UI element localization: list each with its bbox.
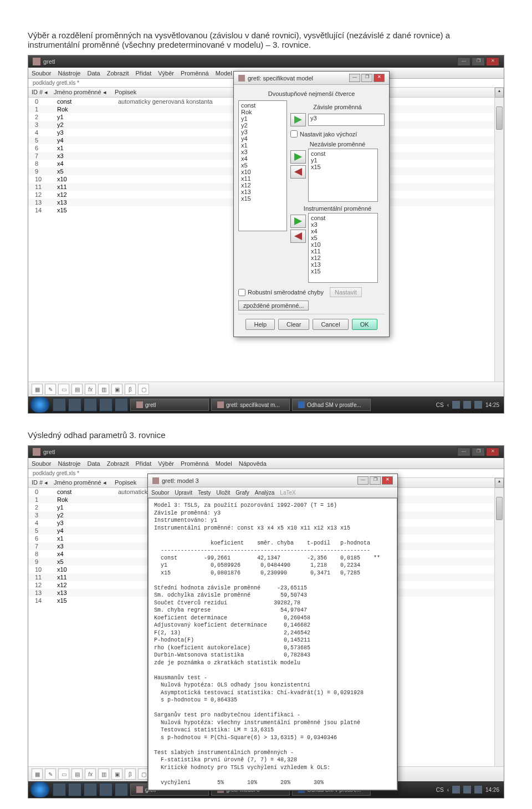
list-item[interactable]: y2 [240,122,285,129]
list-item[interactable]: x13 [310,261,376,268]
list-item[interactable]: x13 [240,189,285,195]
taskbar-app-gretl[interactable]: gretl [130,399,209,411]
remove-indep-button[interactable] [290,165,306,179]
col-name[interactable]: Jméno proměnné ◂ [54,479,115,486]
open-icon[interactable]: ▢ [138,384,149,395]
independent-vars-list[interactable]: consty1x15 [308,149,378,202]
add-instr-button[interactable] [290,215,306,228]
lang-indicator[interactable]: CS [436,402,444,408]
menu-analyza[interactable]: Analýza [255,490,275,496]
ql-ie-icon[interactable] [53,398,66,411]
menu-soubor[interactable]: Soubor [32,70,51,77]
maximize-button[interactable]: ❐ [472,57,485,66]
ql-explorer-icon[interactable] [68,783,81,796]
icon-view-icon[interactable]: ▤ [71,769,83,780]
col-name[interactable]: Jméno proměnné ◂ [54,89,115,96]
taskbar-app-odhad[interactable]: Odhad SM v prostře... [292,399,371,411]
menu-testy[interactable]: Testy [198,490,211,496]
list-item[interactable]: const [310,215,376,221]
beta-icon[interactable]: β [125,384,136,395]
tray-volume-icon[interactable] [474,786,482,793]
menu-nastroje[interactable]: Nástroje [58,70,80,77]
menu-ulozit[interactable]: Uložit [216,490,230,496]
ql-notes-icon[interactable] [99,398,112,411]
cancel-button[interactable]: Cancel [313,319,348,330]
remove-instr-button[interactable] [290,230,306,243]
tray-chevron-icon[interactable]: ‹ [447,402,449,408]
book-icon[interactable]: ▥ [98,384,109,395]
maximize-button[interactable]: ❐ [361,74,372,82]
list-item[interactable]: y1 [310,157,376,164]
list-item[interactable]: Rok [240,109,285,115]
close-button[interactable]: ✕ [486,57,499,66]
list-item[interactable]: const [240,102,285,109]
close-button[interactable]: ✕ [382,476,393,485]
list-item[interactable]: x3 [240,149,285,155]
menu-promenna[interactable]: Proměnná [181,460,209,467]
menu-data[interactable]: Data [87,460,100,467]
source-vars-list[interactable]: constRoky1y2y3y4x1x3x4x5x10x11x12x13x15 [238,100,287,231]
list-item[interactable]: x1 [240,142,285,149]
help-button[interactable]: Help [245,319,275,330]
ql-word-icon[interactable] [115,783,128,796]
edit-icon[interactable]: ✎ [45,769,56,780]
dependent-field[interactable]: y3 [308,114,385,126]
ql-firefox-icon[interactable] [84,398,97,411]
ok-button[interactable]: OK [352,319,377,330]
menu-grafy[interactable]: Grafy [236,490,249,496]
ql-firefox-icon[interactable] [84,783,97,796]
menu-promenna[interactable]: Proměnná [181,70,209,77]
list-item[interactable]: x5 [310,235,376,241]
list-item[interactable]: x3 [310,221,376,228]
clock[interactable]: 14:25 [485,402,499,408]
list-item[interactable]: y4 [240,135,285,142]
maximize-button[interactable]: ❐ [370,476,381,485]
menu-vyber[interactable]: Výběr [158,70,174,77]
list-item[interactable]: x15 [310,268,376,274]
tray-network-icon[interactable] [463,401,471,409]
tray-flag-icon[interactable] [452,786,460,793]
list-item[interactable]: x12 [310,255,376,261]
list-item[interactable]: x11 [240,175,285,182]
ql-notes-icon[interactable] [99,783,112,796]
list-item[interactable]: x4 [310,228,376,235]
list-item[interactable]: const [310,150,376,157]
book-icon[interactable]: ▥ [98,769,109,780]
icon-view-icon[interactable]: ▤ [71,384,83,395]
close-button[interactable]: ✕ [374,74,385,82]
tray-volume-icon[interactable] [474,401,482,409]
calc-icon[interactable]: ▦ [32,769,43,780]
menu-vyber[interactable]: Výběr [158,460,174,467]
scrollbar[interactable]: ▴ [494,88,504,381]
maximize-button[interactable]: ❐ [472,447,485,456]
minimize-button[interactable]: — [349,74,360,82]
list-item[interactable]: x5 [240,162,285,169]
tray-flag-icon[interactable] [452,401,460,409]
tray-chevron-icon[interactable]: ‹ [447,787,449,793]
edit-icon[interactable]: ✎ [45,384,56,395]
clear-button[interactable]: Clear [278,319,309,330]
menu-soubor[interactable]: Soubor [32,460,51,467]
calc-icon[interactable]: ▦ [32,384,43,395]
start-button[interactable] [30,397,49,413]
list-item[interactable]: x10 [310,241,376,248]
db-icon[interactable]: ▣ [111,769,122,780]
menu-model[interactable]: Model [216,460,232,467]
menu-nastroje[interactable]: Nástroje [58,460,80,467]
db-icon[interactable]: ▣ [111,384,122,395]
ql-word-icon[interactable] [115,398,128,411]
console-icon[interactable]: ▭ [58,769,69,780]
close-button[interactable]: ✕ [486,447,499,456]
menu-zobrazit[interactable]: Zobrazit [107,460,129,467]
list-item[interactable]: y3 [240,129,285,135]
start-button[interactable] [30,782,49,797]
console-icon[interactable]: ▭ [58,384,69,395]
minimize-button[interactable]: — [357,476,369,485]
scrollbar[interactable]: ▴ [494,478,504,766]
set-default-checkbox[interactable] [290,130,298,138]
menu-data[interactable]: Data [87,70,100,77]
robust-checkbox[interactable] [238,289,245,296]
menu-upravit[interactable]: Upravit [175,490,192,496]
menu-pridat[interactable]: Přidat [135,460,151,467]
taskbar-app-specify[interactable]: gretl: specifikovat m... [211,399,290,411]
